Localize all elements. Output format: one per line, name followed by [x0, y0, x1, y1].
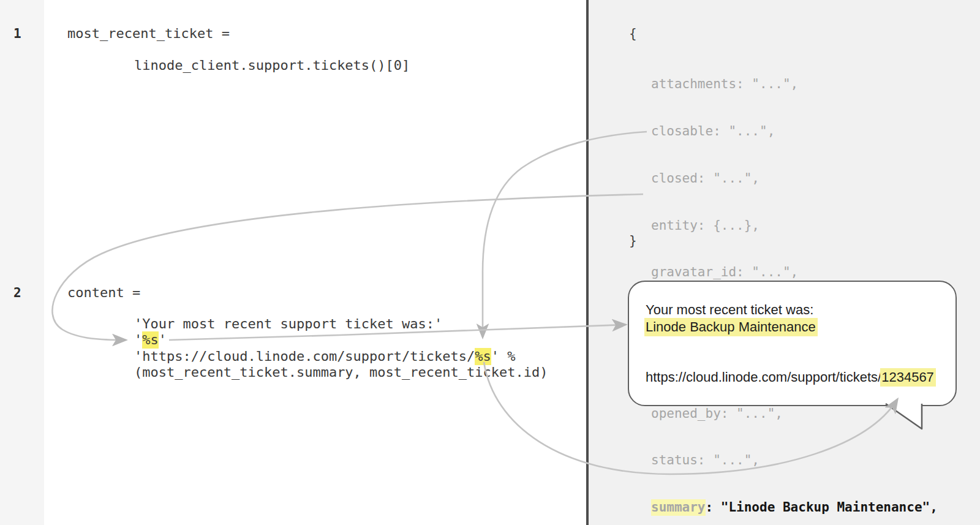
code-line-url-placeholder-id: 'https://cloud.linode.com/support/ticket…: [134, 349, 516, 364]
code-line-placeholder-summary: '%s': [134, 332, 167, 348]
json-open-brace: {: [629, 26, 637, 42]
code-line-tickets-call: linode_client.support.tickets()[0]: [134, 58, 410, 74]
diagram-canvas: 1 2 most_recent_ticket = linode_client.s…: [0, 0, 980, 525]
bubble-ticket-url: https://cloud.linode.com/support/tickets…: [646, 369, 949, 386]
result-bubble: Your most recent ticket was: Linode Back…: [628, 281, 957, 406]
json-field-gravatar-id: gravatar_id: "...",: [651, 265, 938, 281]
json-field-opened-by: opened_by: "...",: [651, 406, 938, 422]
line-number-gutter: 1 2: [0, 0, 44, 525]
code-line-format-args: (most_recent_ticket.summary, most_recent…: [134, 364, 548, 380]
code-line-assignment-ticket: most_recent_ticket =: [67, 26, 230, 42]
json-field-closable: closable: "...",: [651, 124, 938, 140]
line-number-1: 1: [13, 26, 21, 42]
bubble-intro-line: Your most recent ticket was:: [646, 301, 949, 319]
line-number-2: 2: [13, 285, 21, 301]
json-field-closed: closed: "...",: [651, 171, 938, 187]
code-line-string-intro: 'Your most recent support ticket was:': [134, 316, 442, 332]
json-field-summary: summary: "Linode Backup Maintenance",: [651, 500, 938, 516]
json-field-status: status: "...",: [651, 453, 938, 469]
json-field-attachments: attachments: "...",: [651, 77, 938, 93]
bubble-summary-line: Linode Backup Maintenance: [646, 319, 949, 336]
code-line-assignment-content: content =: [67, 285, 140, 301]
json-close-brace: }: [629, 233, 637, 249]
json-field-entity: entity: {...},: [651, 218, 938, 234]
